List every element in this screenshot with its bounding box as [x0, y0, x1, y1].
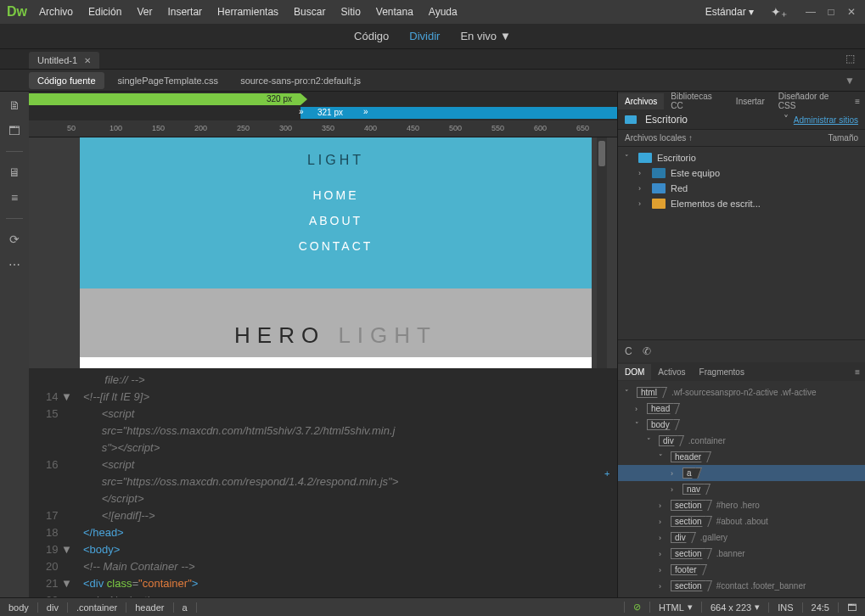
code-editor[interactable]: 14 ▼15 16 17 18 19 ▼20 21 ▼22 23 ▼24 fil…: [29, 368, 617, 597]
menu-sitio[interactable]: Sitio: [340, 6, 360, 18]
nav-about[interactable]: ABOUT: [80, 214, 592, 227]
tab-activos[interactable]: Activos: [651, 364, 692, 380]
breakpoint-bar-2[interactable]: » 321 px »: [29, 107, 617, 120]
col-size[interactable]: Tamaño: [828, 133, 858, 143]
viewmode-live[interactable]: En vivo ▼: [460, 30, 511, 42]
tab-dom[interactable]: DOM: [618, 364, 651, 380]
tree-row[interactable]: ˅Escritorio: [618, 150, 865, 165]
sync-settings-icon[interactable]: ✦₊: [766, 3, 792, 20]
viewmode-split[interactable]: Dividir: [409, 30, 440, 42]
toggle-live-icon[interactable]: 🗔: [8, 124, 20, 137]
encoding-icon[interactable]: 🗔: [838, 602, 865, 613]
file-tab-source[interactable]: Código fuente: [29, 72, 104, 89]
file-manage-icon[interactable]: 🗎: [8, 98, 20, 112]
preview-canvas[interactable]: LIGHT HOME ABOUT CONTACT HERO LIGHT: [80, 137, 592, 368]
maximize-icon[interactable]: □: [824, 6, 838, 18]
viewport-size[interactable]: 664 x 223 ▾: [701, 602, 768, 613]
crumb-a[interactable]: a: [174, 602, 197, 613]
workspace-selector[interactable]: Estándar ▾: [705, 6, 754, 18]
more-tools-icon[interactable]: ⋯: [8, 258, 20, 272]
crumb-body[interactable]: body: [0, 602, 38, 613]
files-location-row: Escritorio ˅ Administrar sitios: [618, 110, 865, 130]
minimize-icon[interactable]: —: [804, 6, 817, 18]
dom-row[interactable]: ›nav: [618, 481, 865, 497]
dom-row[interactable]: ˅header: [618, 449, 865, 465]
breakpoint-green[interactable]: 320 px: [29, 93, 301, 105]
close-tab-icon[interactable]: ✕: [84, 56, 91, 65]
dom-row[interactable]: ›div.gallery: [618, 529, 865, 546]
ruler-tick: 450: [407, 124, 419, 132]
hero-text-a: HERO: [234, 322, 325, 348]
tree-row[interactable]: ›Este equipo: [618, 165, 865, 181]
menu-ayuda[interactable]: Ayuda: [429, 6, 458, 18]
insert-mode[interactable]: INS: [768, 602, 801, 613]
panel-menu-icon[interactable]: ≡: [850, 367, 865, 377]
files-location[interactable]: Escritorio: [645, 114, 778, 126]
menu-archivo[interactable]: Archivo: [39, 6, 73, 18]
nav-contact[interactable]: CONTACT: [80, 239, 592, 253]
expand-all-icon[interactable]: ≡: [11, 191, 18, 204]
dom-row[interactable]: ›section#contact .footer_banner: [618, 578, 865, 594]
ruler-tick: 500: [449, 124, 462, 132]
crumb-container[interactable]: .container: [68, 602, 126, 613]
files-panel-footer: C ✆: [618, 339, 865, 362]
add-element-icon[interactable]: +: [604, 468, 609, 479]
menu-buscar[interactable]: Buscar: [294, 6, 325, 18]
tree-row[interactable]: ›Elementos de escrit...: [618, 196, 865, 211]
dom-row[interactable]: ›footer: [618, 562, 865, 578]
chevron-down-icon[interactable]: ˅: [784, 114, 789, 126]
nav-home[interactable]: HOME: [80, 188, 592, 202]
dom-row[interactable]: +›a: [618, 465, 865, 481]
scrollbar-thumb[interactable]: [598, 141, 605, 166]
menu-insertar[interactable]: Insertar: [167, 6, 202, 18]
dom-row[interactable]: ›section#hero .hero: [618, 497, 865, 513]
menu-ventana[interactable]: Ventana: [376, 6, 413, 18]
file-tab-js[interactable]: source-sans-pro:n2:default.js: [232, 72, 369, 89]
ruler-tick: 400: [364, 124, 377, 132]
col-local-files[interactable]: Archivos locales ↑: [625, 133, 828, 143]
preview-scrollbar[interactable]: [597, 137, 607, 368]
doc-tab-untitled[interactable]: Untitled-1 ✕: [29, 52, 99, 69]
crumb-div[interactable]: div: [38, 602, 68, 613]
code-content[interactable]: file:// --><!--[if lt IE 9]> <script src…: [76, 368, 617, 597]
viewmode-code[interactable]: Código: [354, 30, 389, 42]
main-area: 🗎 🗔 🖥 ≡ ⟳ ⋯ 320 px » 321 px » 50 100 150: [0, 92, 865, 597]
menu-herramientas[interactable]: Herramientas: [217, 6, 278, 18]
customize-icon[interactable]: ⟳: [9, 232, 20, 246]
panel-menu-icon[interactable]: ≡: [850, 97, 865, 106]
filter-icon[interactable]: ▼: [845, 75, 855, 87]
dom-row[interactable]: ˅html.wf-sourcesanspro-n2-active .wf-act…: [618, 384, 865, 400]
menu-ver[interactable]: Ver: [137, 6, 152, 18]
desktop-icon: [625, 115, 637, 124]
refresh-icon[interactable]: C: [625, 345, 632, 357]
dom-row[interactable]: ˅div.container: [618, 433, 865, 449]
crumb-header[interactable]: header: [126, 602, 173, 613]
tab-archivos[interactable]: Archivos: [618, 93, 664, 109]
breakpoint-bar-1[interactable]: 320 px: [29, 92, 617, 107]
menu-edicion[interactable]: Edición: [88, 6, 121, 18]
panel-tabs-top: Archivos Bibliotecas CC Insertar Diseñad…: [618, 92, 865, 110]
ruler-tick: 300: [279, 124, 292, 132]
separator: [6, 151, 23, 152]
tree-row[interactable]: ›Red: [618, 181, 865, 196]
dom-row[interactable]: ›section#about .about: [618, 513, 865, 529]
window-controls: — □ ✕: [804, 6, 858, 18]
inspect-icon[interactable]: 🖥: [8, 165, 20, 179]
dom-row[interactable]: ›head: [618, 400, 865, 417]
error-status-icon[interactable]: ⊘: [624, 602, 649, 613]
tab-insertar[interactable]: Insertar: [729, 93, 772, 109]
ruler-tick: 550: [491, 124, 504, 132]
tab-fragmentos[interactable]: Fragmentos: [693, 364, 751, 380]
sync-icon[interactable]: ✆: [643, 345, 651, 357]
file-tab-css[interactable]: singlePageTemplate.css: [110, 72, 227, 89]
left-toolbar: 🗎 🗔 🖥 ≡ ⟳ ⋯: [0, 92, 29, 597]
preview-logo[interactable]: LIGHT: [80, 153, 592, 168]
expand-doc-icon[interactable]: ⬚: [845, 53, 855, 64]
breakpoint-blue[interactable]: » 321 px »: [301, 107, 617, 119]
ruler-tick: 250: [237, 124, 250, 132]
manage-sites-link[interactable]: Administrar sitios: [794, 115, 858, 125]
close-icon[interactable]: ✕: [845, 6, 858, 18]
lang-selector[interactable]: HTML ▾: [649, 602, 701, 613]
dom-row[interactable]: ›section.banner: [618, 546, 865, 562]
dom-row[interactable]: ˅body: [618, 417, 865, 433]
